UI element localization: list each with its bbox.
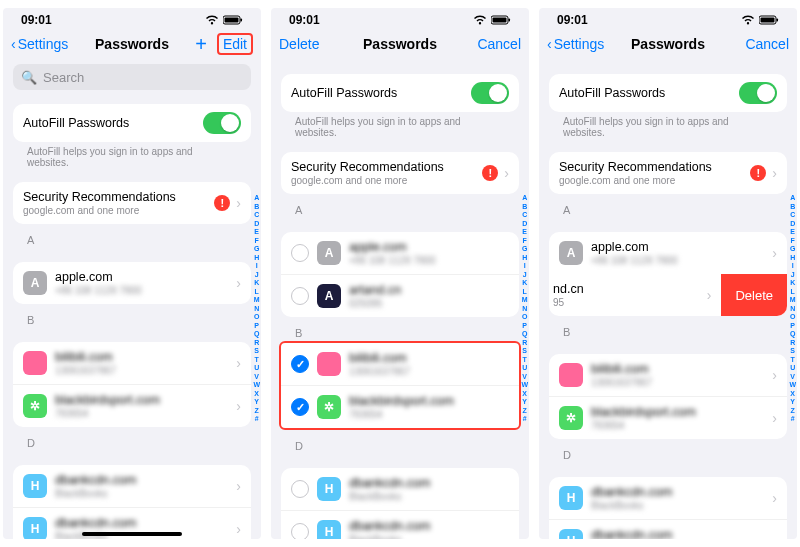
delete-swipe-button[interactable]: Delete: [721, 274, 787, 316]
select-radio-checked[interactable]: [291, 398, 309, 416]
svg-rect-4: [493, 18, 507, 23]
site-icon: ✲: [559, 406, 583, 430]
select-radio[interactable]: [291, 523, 309, 539]
select-radio-checked[interactable]: [291, 355, 309, 373]
section-header-b: B: [281, 317, 519, 341]
select-radio[interactable]: [291, 480, 309, 498]
alphabet-index[interactable]: ABCDEFGHIJKLMNOPQRSTUVWXYZ#: [789, 194, 796, 424]
chevron-right-icon: ›: [236, 195, 241, 211]
autofill-footnote: AutoFill helps you sign in to apps and w…: [549, 112, 787, 138]
phone-screen-3: 09:01 ‹ Settings Passwords Cancel AutoFi…: [539, 8, 797, 539]
edit-button[interactable]: Edit: [217, 33, 253, 55]
autofill-toggle[interactable]: [203, 112, 241, 134]
list-item[interactable]: ✲ blackbirdsport.com783654 ›: [13, 384, 251, 427]
select-radio[interactable]: [291, 244, 309, 262]
list-item[interactable]: A apple.com+86 108 1128 7800 ›: [549, 232, 787, 274]
list-item[interactable]: A artand.cn025095: [281, 274, 519, 317]
swipe-delete-row: nd.cn95 › Delete: [549, 274, 787, 316]
cancel-button[interactable]: Cancel: [745, 36, 789, 52]
chevron-right-icon: ›: [772, 410, 777, 426]
security-recommendations[interactable]: Security Recommendations google.com and …: [549, 152, 787, 194]
alert-icon: !: [482, 165, 498, 181]
list-item[interactable]: H dbankcdn.comBlackBooks ›: [549, 477, 787, 519]
alert-icon: !: [214, 195, 230, 211]
selection-highlight: bilibili.com13061637867 ✲ blackbirdsport…: [279, 341, 521, 430]
section-header-d: D: [281, 430, 519, 454]
svg-rect-2: [241, 19, 243, 22]
svg-rect-1: [225, 18, 239, 23]
alphabet-index[interactable]: ABCDEFGHIJKLMNOPQRSTUVWXYZ#: [521, 194, 528, 424]
back-button[interactable]: ‹ Settings: [547, 36, 607, 52]
chevron-right-icon: ›: [772, 490, 777, 506]
search-placeholder: Search: [43, 70, 84, 85]
site-icon: [23, 351, 47, 375]
chevron-right-icon: ›: [772, 245, 777, 261]
chevron-right-icon: ›: [236, 478, 241, 494]
site-icon: A: [559, 241, 583, 265]
site-icon: A: [23, 271, 47, 295]
list-item[interactable]: bilibili.com13061637867 ›: [549, 354, 787, 396]
autofill-row: AutoFill Passwords: [13, 104, 251, 142]
select-radio[interactable]: [291, 287, 309, 305]
list-item[interactable]: A apple.com+86 108 1128 7800: [281, 232, 519, 274]
site-icon: H: [317, 477, 341, 501]
list-item[interactable]: A apple.com+86 108 1128 7800 ›: [13, 262, 251, 304]
battery-icon: [491, 15, 511, 25]
delete-button[interactable]: Delete: [279, 36, 339, 52]
section-header-a: A: [549, 194, 787, 218]
list-item[interactable]: bilibili.com13061637867: [281, 343, 519, 385]
autofill-toggle[interactable]: [471, 82, 509, 104]
wifi-icon: [741, 15, 755, 25]
cancel-button[interactable]: Cancel: [477, 36, 521, 52]
autofill-footnote: AutoFill helps you sign in to apps and w…: [281, 112, 519, 138]
autofill-row: AutoFill Passwords: [549, 74, 787, 112]
security-recommendations[interactable]: Security Recommendations google.com and …: [281, 152, 519, 194]
alert-icon: !: [750, 165, 766, 181]
svg-rect-7: [761, 18, 775, 23]
battery-icon: [223, 15, 243, 25]
site-icon: ✲: [23, 394, 47, 418]
wifi-icon: [473, 15, 487, 25]
home-indicator[interactable]: [82, 532, 182, 536]
site-icon: [317, 352, 341, 376]
list-item[interactable]: H dbankcdn.comBlackBooks: [281, 510, 519, 539]
section-header-d: D: [549, 439, 787, 463]
status-time: 09:01: [289, 13, 320, 27]
add-button[interactable]: +: [195, 33, 207, 56]
svg-rect-8: [777, 19, 779, 22]
chevron-right-icon: ›: [236, 355, 241, 371]
section-header-d: D: [13, 427, 251, 451]
chevron-right-icon: ›: [236, 275, 241, 291]
site-icon: H: [23, 517, 47, 539]
back-button[interactable]: ‹ Settings: [11, 36, 71, 52]
list-item[interactable]: ✲ blackbirdsport.com783654: [281, 385, 519, 428]
chevron-left-icon: ‹: [11, 36, 16, 52]
list-item[interactable]: nd.cn95 ›: [549, 274, 721, 316]
alphabet-index[interactable]: ABCDEFGHIJKLMNOPQRSTUVWXYZ#: [253, 194, 260, 424]
site-icon: A: [317, 284, 341, 308]
search-input[interactable]: 🔍 Search: [13, 64, 251, 90]
section-header-a: A: [13, 224, 251, 248]
list-item[interactable]: H dbankcdn.comBlackBooks ›: [549, 519, 787, 539]
search-icon: 🔍: [21, 70, 37, 85]
site-icon: H: [23, 474, 47, 498]
list-item[interactable]: ✲ blackbirdsport.com783654 ›: [549, 396, 787, 439]
autofill-footnote: AutoFill helps you sign in to apps and w…: [13, 142, 251, 168]
site-icon: [559, 363, 583, 387]
status-bar: 09:01: [3, 8, 261, 28]
autofill-toggle[interactable]: [739, 82, 777, 104]
security-sub: google.com and one more: [23, 205, 214, 216]
chevron-right-icon: ›: [236, 398, 241, 414]
section-header-a: A: [281, 194, 519, 218]
autofill-row: AutoFill Passwords: [281, 74, 519, 112]
list-item[interactable]: H dbankcdn.comBlackBooks: [281, 468, 519, 510]
list-item[interactable]: bilibili.com13061637867 ›: [13, 342, 251, 384]
site-icon: H: [317, 520, 341, 539]
autofill-label: AutoFill Passwords: [23, 116, 203, 130]
site-icon: ✲: [317, 395, 341, 419]
security-recommendations[interactable]: Security Recommendations google.com and …: [13, 182, 251, 224]
svg-rect-5: [509, 19, 511, 22]
list-item[interactable]: H dbankcdn.comBlackBooks ›: [13, 465, 251, 507]
site-icon: H: [559, 529, 583, 539]
status-time: 09:01: [21, 13, 52, 27]
